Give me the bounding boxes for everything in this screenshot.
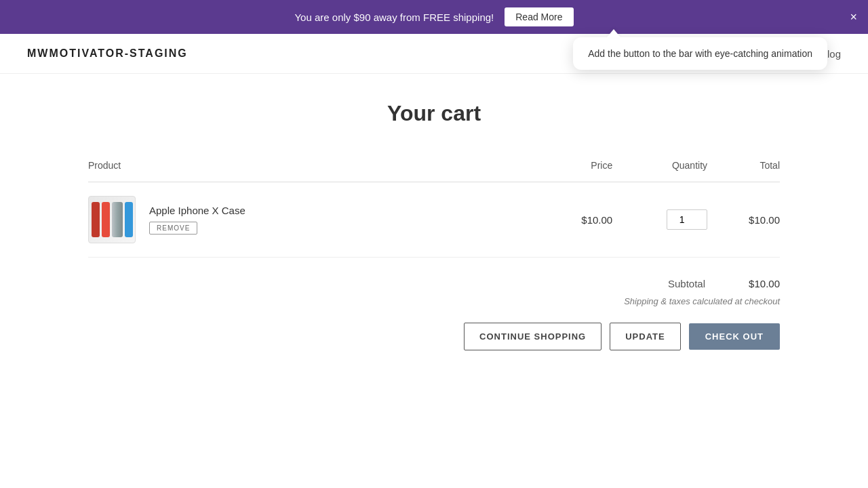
checkout-button[interactable]: CHECK OUT <box>689 323 780 350</box>
col-total: Total <box>707 153 780 182</box>
case-strip-1 <box>92 202 100 237</box>
top-banner: You are only $90 away from FREE shipping… <box>0 0 868 34</box>
item-price: $10.00 <box>454 182 612 258</box>
logo: MWMOTIVATOR-STAGING <box>27 47 188 60</box>
table-row: Apple Iphone X Case REMOVE $10.00 $10.00 <box>88 182 780 258</box>
banner-close-button[interactable]: × <box>850 11 857 23</box>
product-illustration <box>92 199 133 240</box>
col-price: Price <box>454 153 612 182</box>
item-total: $10.00 <box>707 182 780 258</box>
quantity-input[interactable] <box>667 209 707 230</box>
cart-table: Product Price Quantity Total <box>88 153 780 258</box>
case-strip-4 <box>125 202 133 237</box>
product-info: Apple Iphone X Case REMOVE <box>149 205 245 235</box>
product-cell: Apple Iphone X Case REMOVE <box>88 182 454 258</box>
product-name: Apple Iphone X Case <box>149 205 245 216</box>
tooltip-box: Add the button to the bar with eye-catch… <box>573 37 827 70</box>
shipping-note: Shipping & taxes calculated at checkout <box>88 296 780 306</box>
col-product: Product <box>88 153 454 182</box>
subtotal-label: Subtotal <box>668 278 705 289</box>
subtotal-section: Subtotal $10.00 Shipping & taxes calcula… <box>88 278 780 350</box>
update-button[interactable]: UPDATE <box>610 323 680 350</box>
tooltip-container: Add the button to the bar with eye-catch… <box>573 37 827 70</box>
continue-shopping-button[interactable]: CONTINUE SHOPPING <box>464 323 601 350</box>
col-quantity: Quantity <box>612 153 707 182</box>
product-image <box>88 196 136 243</box>
item-quantity-cell <box>612 182 707 258</box>
case-strip-3 <box>112 202 123 237</box>
banner-text: You are only $90 away from FREE shipping… <box>294 12 494 23</box>
tooltip-text: Add the button to the bar with eye-catch… <box>588 48 812 59</box>
remove-button[interactable]: REMOVE <box>149 222 197 235</box>
action-buttons: CONTINUE SHOPPING UPDATE CHECK OUT <box>88 323 780 350</box>
case-strip-2 <box>102 202 110 237</box>
page-title: Your cart <box>88 101 780 126</box>
read-more-button[interactable]: Read More <box>505 7 573 26</box>
subtotal-value: $10.00 <box>726 278 780 289</box>
subtotal-row: Subtotal $10.00 <box>88 278 780 289</box>
main-content: Your cart Product Price Quantity Total <box>61 74 807 391</box>
product-cell-inner: Apple Iphone X Case REMOVE <box>88 196 454 243</box>
